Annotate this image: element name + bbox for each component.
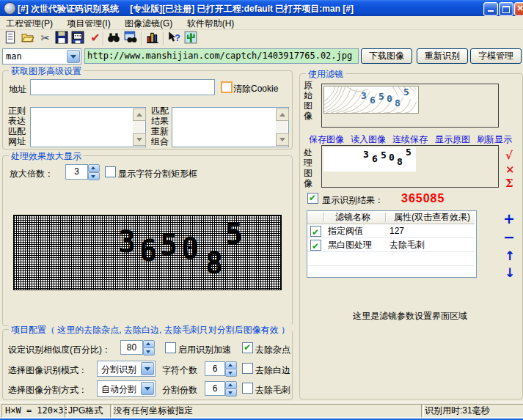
statistics-button[interactable] bbox=[145, 31, 161, 47]
toolbar-separator bbox=[163, 32, 164, 45]
menu-bar: 工程管理(P) 项目管理(I) 图像滤镜(G) 软件帮助(H) bbox=[0, 16, 523, 30]
app-icon bbox=[4, 2, 16, 15]
mark-sigma-icon[interactable]: Σ bbox=[505, 177, 513, 190]
find-in-window-button[interactable] bbox=[122, 31, 139, 47]
captcha-digit: 3 bbox=[361, 91, 367, 100]
filter-name-header[interactable]: 滤镜名称 bbox=[335, 211, 370, 224]
spin-down-button[interactable] bbox=[225, 369, 237, 377]
processed-captcha-image: 3 6 5 0 8 5 bbox=[323, 147, 416, 172]
load-image-link[interactable]: 读入图像 bbox=[351, 133, 386, 146]
clear-cookie-checkbox[interactable] bbox=[221, 81, 233, 93]
scroll-up-button[interactable] bbox=[276, 108, 289, 121]
filter-enabled-checkbox[interactable] bbox=[310, 226, 321, 237]
project-combobox-button[interactable] bbox=[67, 50, 80, 63]
textarea-scrollbar[interactable] bbox=[276, 108, 288, 146]
continuous-save-link[interactable]: 连续保存 bbox=[392, 133, 428, 146]
scroll-down-button[interactable] bbox=[276, 133, 289, 146]
filter-table[interactable]: 滤镜名称 属性(双击查看效果) 指定阀值 127 黑白图处理 去除毛刺 bbox=[307, 210, 477, 278]
filter-row[interactable]: 黑白图处理 去除毛刺 bbox=[307, 238, 475, 252]
maximize-button[interactable] bbox=[499, 2, 513, 16]
download-image-button[interactable]: 下载图像 bbox=[361, 48, 412, 64]
remove-white-edge-checkbox[interactable] bbox=[242, 363, 253, 374]
font-template-manage-button[interactable]: 字模管理 bbox=[470, 48, 522, 64]
use-filters-group: 使用滤镜 原始图像 3 6 5 0 8 5 bbox=[299, 73, 523, 399]
combobox-button[interactable] bbox=[141, 362, 154, 375]
menu-item-manage[interactable]: 项目管理(I) bbox=[61, 16, 116, 29]
url-field[interactable]: http://www.manshijian.com/captch/1403917… bbox=[84, 48, 359, 64]
spin-down-button[interactable] bbox=[143, 347, 155, 355]
open-project-button[interactable] bbox=[20, 31, 36, 47]
show-result-label: 显示识别结果： bbox=[322, 194, 384, 207]
remove-noise-checkbox[interactable] bbox=[242, 342, 253, 353]
open-folder-icon bbox=[21, 31, 34, 44]
textarea-scrollbar[interactable] bbox=[133, 108, 145, 146]
save-screen-button[interactable] bbox=[70, 31, 86, 47]
combobox-button[interactable] bbox=[141, 382, 154, 395]
filter-attr-header[interactable]: 属性(双击查看效果) bbox=[394, 211, 470, 224]
spin-up-icon bbox=[228, 364, 233, 366]
scroll-down-button[interactable] bbox=[133, 133, 146, 146]
processed-image-box: 3 6 5 0 8 5 bbox=[321, 145, 499, 188]
captcha-digit: 3 bbox=[363, 150, 369, 159]
svg-text:?: ? bbox=[175, 33, 180, 43]
cut-icon: ✂ bbox=[41, 32, 51, 45]
remove-white-edge-label: 去除白边 bbox=[255, 364, 290, 377]
minimize-button[interactable] bbox=[483, 2, 498, 16]
scroll-up-button[interactable] bbox=[133, 108, 146, 121]
menu-project-manage[interactable]: 工程管理(P) bbox=[0, 16, 59, 29]
recognize-mode-combobox[interactable]: 分割识别 bbox=[97, 361, 156, 377]
original-image-label: 原始图像 bbox=[303, 80, 313, 121]
char-count-value[interactable]: 6 bbox=[205, 361, 225, 376]
regex-url-textarea[interactable] bbox=[30, 107, 146, 147]
split-mode-label: 选择图像分割方式： bbox=[8, 384, 87, 397]
move-filter-up-button[interactable]: ↑ bbox=[505, 250, 515, 262]
cut-button[interactable]: ✂ bbox=[37, 31, 54, 47]
recombine-textarea[interactable] bbox=[172, 107, 289, 147]
confirm-button[interactable]: ✔ bbox=[87, 31, 103, 47]
split-mode-combobox[interactable]: 自动分割 bbox=[97, 380, 156, 397]
mark-check-icon[interactable]: √ bbox=[505, 149, 513, 162]
refresh-display-link[interactable]: 刷新显示 bbox=[477, 133, 512, 146]
move-filter-down-button[interactable]: ↓ bbox=[505, 267, 515, 279]
show-original-link[interactable]: 显示原图 bbox=[435, 133, 470, 146]
enable-accel-checkbox[interactable] bbox=[165, 342, 176, 353]
filter-name-cell: 黑白图处理 bbox=[328, 238, 372, 251]
close-button[interactable]: ✕ bbox=[514, 2, 523, 16]
processed-image-label: 处理图像 bbox=[303, 147, 313, 188]
filter-row-empty[interactable] bbox=[307, 252, 475, 266]
project-combobox-value: man bbox=[6, 51, 22, 62]
spin-down-button[interactable] bbox=[88, 172, 100, 180]
save-image-link[interactable]: 保存图像 bbox=[309, 133, 344, 146]
project-combobox[interactable]: man bbox=[2, 48, 81, 65]
magnified-captcha-grid[interactable]: 3 6 5 0 8 5 bbox=[13, 215, 282, 290]
spin-up-button[interactable] bbox=[88, 164, 100, 172]
chevron-down-icon bbox=[70, 55, 76, 59]
remove-filter-button[interactable]: − bbox=[503, 230, 515, 244]
context-help-button[interactable]: ? bbox=[166, 31, 182, 47]
scroll-up-icon bbox=[279, 113, 285, 117]
new-document-button[interactable] bbox=[2, 31, 18, 47]
remove-burr-checkbox[interactable] bbox=[242, 383, 253, 394]
split-count-value[interactable]: 6 bbox=[205, 381, 225, 396]
show-split-rect-checkbox[interactable] bbox=[105, 166, 116, 177]
about-button[interactable] bbox=[183, 31, 199, 47]
filter-row-empty[interactable] bbox=[307, 265, 475, 279]
menu-help[interactable]: 软件帮助(H) bbox=[181, 16, 241, 29]
similarity-value[interactable]: 80 bbox=[120, 340, 143, 355]
chevron-down-icon bbox=[145, 367, 150, 371]
mark-cross-icon[interactable]: × bbox=[505, 163, 515, 176]
menu-image-filter[interactable]: 图像滤镜(G) bbox=[119, 16, 178, 29]
char-count-spinner bbox=[225, 361, 236, 376]
rerecognize-button[interactable]: 重新识别 bbox=[417, 48, 468, 64]
show-result-checkbox[interactable] bbox=[307, 193, 318, 204]
spin-down-button[interactable] bbox=[225, 388, 237, 397]
filter-enabled-checkbox[interactable] bbox=[310, 240, 321, 251]
zoom-factor-value[interactable]: 3 bbox=[65, 164, 88, 180]
capture-settings-group: 获取图形高级设置 地址 清除Cookie 正则表达匹配网址 匹配结果重新组合 bbox=[2, 70, 293, 150]
window-title: [#] 次世代验证码识别系统 [专业版][已注册] 已打开工程:default … bbox=[18, 3, 354, 15]
save-button[interactable] bbox=[54, 31, 70, 47]
add-filter-button[interactable]: + bbox=[503, 212, 515, 226]
filter-row[interactable]: 指定阀值 127 bbox=[307, 224, 475, 238]
address-input[interactable] bbox=[30, 79, 215, 95]
find-button[interactable] bbox=[106, 31, 122, 47]
